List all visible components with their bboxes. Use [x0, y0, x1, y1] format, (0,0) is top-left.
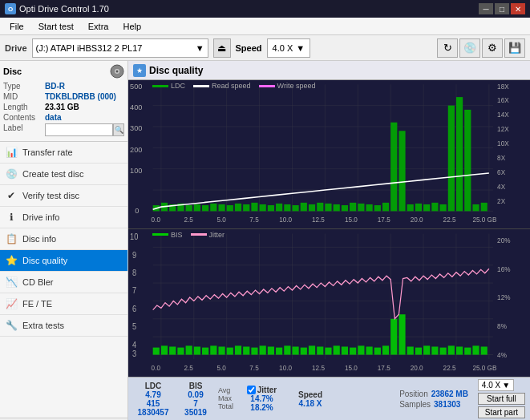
menu-start-test[interactable]: Start test [32, 20, 80, 33]
svg-text:22.5: 22.5 [443, 216, 456, 224]
svg-rect-156 [358, 345, 364, 354]
start-full-button[interactable]: Start full [478, 393, 525, 405]
max-bis-val: 7 [193, 399, 198, 408]
svg-text:10.0: 10.0 [279, 363, 292, 371]
svg-rect-137 [202, 347, 208, 354]
sidebar-item-fe-te[interactable]: 📈 FE / TE [0, 293, 127, 315]
svg-rect-88 [128, 229, 530, 378]
svg-rect-69 [334, 204, 340, 211]
transfer-rate-icon: 📊 [5, 146, 18, 159]
svg-rect-68 [325, 204, 331, 211]
chevron-down-icon: ▼ [196, 43, 204, 53]
svg-rect-163 [415, 347, 422, 354]
label-icon-button[interactable]: 🔍 [113, 123, 124, 136]
sidebar-label-extra-tests: Extra tests [22, 321, 64, 330]
disc-label: Disc [3, 67, 22, 76]
chart-top: LDC Read speed Write speed [128, 80, 530, 229]
disc-quality-header-icon: ★ [133, 64, 146, 77]
legend-write-speed: Write speed [259, 82, 316, 90]
sidebar-item-verify-test-disc[interactable]: ✔ Verify test disc [0, 185, 127, 207]
drive-label: Drive [5, 43, 27, 53]
svg-rect-70 [342, 205, 348, 211]
jitter-checkbox[interactable] [247, 386, 256, 394]
label-input[interactable] [45, 123, 113, 136]
svg-text:12.5: 12.5 [312, 216, 325, 224]
svg-text:25.0 GB: 25.0 GB [472, 363, 496, 371]
speed-col-header: Speed [298, 390, 322, 399]
svg-rect-166 [440, 347, 447, 354]
svg-text:17.5: 17.5 [378, 363, 390, 371]
minimize-button[interactable]: ─ [479, 3, 493, 14]
svg-text:12.5: 12.5 [312, 363, 325, 371]
svg-text:20.0: 20.0 [411, 216, 423, 224]
sidebar-item-disc-quality[interactable]: ⭐ Disc quality [0, 250, 127, 272]
drive-select[interactable]: (J:) ATAPI iHBS312 2 PL17 ▼ [32, 38, 208, 58]
svg-text:8X: 8X [497, 154, 505, 162]
svg-text:400: 400 [130, 103, 142, 111]
svg-rect-148 [292, 346, 298, 354]
sidebar-item-disc-info[interactable]: 📋 Disc info [0, 228, 127, 250]
samples-label: Samples [399, 400, 431, 409]
position-label: Position [399, 390, 428, 398]
samples-val: 381303 [434, 400, 460, 409]
disc-type-row: Type BD-R [3, 82, 124, 91]
menu-file[interactable]: File [3, 20, 30, 33]
close-button[interactable]: ✕ [511, 3, 525, 14]
charts-area: LDC Read speed Write speed [128, 80, 530, 377]
svg-text:12%: 12% [497, 293, 511, 301]
svg-rect-164 [423, 345, 430, 354]
disc-button[interactable]: 💿 [459, 38, 480, 58]
menu-help[interactable]: Help [116, 20, 148, 33]
chart-top-legend: LDC Read speed Write speed [152, 82, 315, 90]
svg-text:7.5: 7.5 [249, 216, 259, 224]
svg-rect-150 [309, 345, 315, 354]
svg-text:15.0: 15.0 [345, 363, 358, 371]
chart-bottom-legend: BIS Jitter [152, 231, 225, 239]
svg-rect-87 [481, 203, 488, 212]
svg-rect-74 [374, 205, 381, 211]
svg-rect-55 [218, 204, 225, 211]
sidebar-item-create-test-disc[interactable]: 💿 Create test disc [0, 164, 127, 185]
svg-text:16%: 16% [497, 265, 511, 273]
save-button[interactable]: 💾 [504, 38, 525, 58]
jitter-color [191, 233, 207, 236]
sidebar-item-drive-info[interactable]: ℹ Drive info [0, 207, 127, 228]
svg-rect-57 [235, 204, 241, 211]
window-controls[interactable]: ─ □ ✕ [479, 3, 525, 14]
sidebar-label-disc-quality: Disc quality [22, 256, 67, 265]
svg-text:5.0: 5.0 [216, 216, 226, 224]
eject-button[interactable]: ⏏ [213, 38, 231, 58]
sidebar-item-extra-tests[interactable]: 🔧 Extra tests [0, 315, 127, 337]
sidebar: Disc Type BD-R MID TDKBLDRBB (000) Lengt… [0, 61, 128, 420]
settings-button[interactable]: ⚙ [482, 38, 503, 58]
refresh-button[interactable]: ↻ [437, 38, 458, 58]
speed-select[interactable]: 4.0 X ▼ [267, 38, 311, 58]
svg-rect-145 [268, 346, 274, 354]
create-test-disc-icon: 💿 [5, 168, 18, 180]
speed-dropdown[interactable]: 4.0 X ▼ [478, 379, 514, 391]
svg-text:9: 9 [132, 250, 136, 259]
svg-rect-85 [464, 110, 471, 212]
svg-text:8%: 8% [497, 321, 507, 329]
sidebar-item-cd-bler[interactable]: 📉 CD Bler [0, 272, 127, 293]
verify-test-disc-icon: ✔ [5, 189, 18, 202]
legend-read-speed: Read speed [193, 82, 251, 90]
svg-rect-60 [260, 204, 266, 211]
max-ldc-val: 415 [147, 399, 160, 408]
svg-rect-162 [407, 346, 414, 354]
svg-rect-58 [243, 204, 249, 211]
menu-extra[interactable]: Extra [82, 20, 115, 33]
svg-rect-159 [382, 345, 389, 354]
start-part-button[interactable]: Start part [478, 406, 525, 418]
svg-text:20.0: 20.0 [411, 363, 423, 371]
top-chart-svg: 500 400 300 200 100 0 18X 16X 14X 12X 10… [128, 80, 530, 228]
svg-text:200: 200 [130, 145, 142, 153]
svg-text:8: 8 [132, 268, 136, 277]
bottom-chart-svg: 10 9 8 7 6 5 4 3 20% 16% 12% 8% 4% 0.0 [128, 229, 530, 378]
sidebar-item-transfer-rate[interactable]: 📊 Transfer rate [0, 142, 127, 164]
toolbar-buttons: ↻ 💿 ⚙ 💾 [437, 38, 525, 58]
svg-rect-149 [301, 347, 307, 354]
disc-quality-title: Disc quality [149, 65, 203, 76]
sidebar-label-transfer-rate: Transfer rate [22, 147, 73, 157]
maximize-button[interactable]: □ [495, 3, 509, 14]
